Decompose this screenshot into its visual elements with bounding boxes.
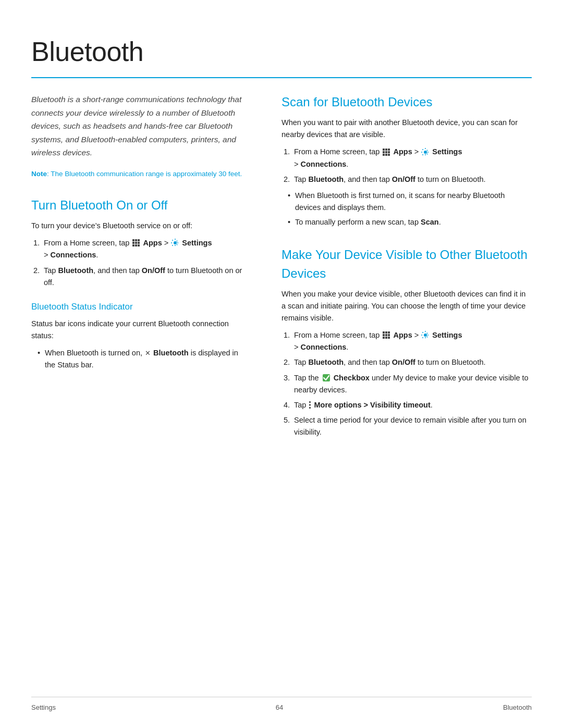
scan-steps: From a Home screen, tap Apps > Settings … <box>282 146 532 186</box>
settings-label-3: Settings <box>432 331 462 339</box>
connections-label-3: Connections <box>301 343 347 351</box>
note-label: Note <box>31 170 47 178</box>
svg-rect-0 <box>132 239 134 241</box>
svg-rect-27 <box>385 337 387 339</box>
bluetooth-label-3: Bluetooth <box>308 358 344 366</box>
svg-rect-15 <box>388 151 390 153</box>
svg-rect-28 <box>388 337 390 339</box>
page-title: Bluetooth <box>31 31 532 72</box>
onoff-label-1: On/Off <box>142 266 165 275</box>
svg-point-19 <box>424 151 427 154</box>
turn-step-2: Tap Bluetooth, and then tap On/Off to tu… <box>42 265 250 289</box>
note-content: : The Bluetooth communication range is a… <box>47 170 242 178</box>
scan-label: Scan <box>421 218 439 226</box>
checkbox-label: Checkbox <box>334 374 370 382</box>
svg-point-9 <box>174 241 177 244</box>
settings-icon-2 <box>421 148 430 156</box>
status-bullet-1: When Bluetooth is turned on, ✕ Bluetooth… <box>38 347 250 371</box>
svg-point-32 <box>309 404 311 406</box>
svg-rect-2 <box>138 239 140 241</box>
svg-point-31 <box>309 401 311 403</box>
status-bullets: When Bluetooth is turned on, ✕ Bluetooth… <box>31 347 250 371</box>
checkbox-icon <box>322 374 331 382</box>
apps-icon <box>132 239 140 247</box>
page: Bluetooth Bluetooth is a short-range com… <box>0 0 563 728</box>
svg-rect-12 <box>388 149 390 151</box>
svg-rect-11 <box>385 149 387 151</box>
right-column: Scan for Bluetooth Devices When you want… <box>282 93 532 443</box>
svg-rect-4 <box>135 242 137 244</box>
svg-rect-23 <box>383 334 385 336</box>
intro-italic: Bluetooth is a short-range communication… <box>31 95 241 157</box>
svg-rect-1 <box>135 239 137 241</box>
apps-icon-3 <box>382 331 390 339</box>
settings-icon <box>171 239 179 247</box>
bluetooth-label-2: Bluetooth <box>308 175 344 183</box>
turn-bluetooth-steps: From a Home screen, tap Apps > Settings … <box>31 237 250 289</box>
svg-rect-20 <box>383 331 385 334</box>
svg-rect-21 <box>385 331 387 334</box>
more-options-label: More options > Visibility timeout <box>314 401 430 409</box>
settings-label-1: Settings <box>182 239 212 247</box>
settings-icon-3 <box>421 331 430 339</box>
visible-step-3: Tap the Checkbox under My device to make… <box>292 372 532 396</box>
left-column: Bluetooth is a short-range communication… <box>31 93 250 443</box>
connections-label-2: Connections <box>301 160 347 168</box>
make-visible-title-text: Make Your Device Visible to Other Blueto… <box>282 248 528 280</box>
apps-label-2: Apps <box>393 147 412 156</box>
turn-step-1: From a Home screen, tap Apps > Settings … <box>42 237 250 261</box>
svg-rect-3 <box>132 242 134 244</box>
svg-rect-18 <box>388 154 390 156</box>
svg-rect-5 <box>138 242 140 244</box>
visible-step-2: Tap Bluetooth, and then tap On/Off to tu… <box>292 356 532 368</box>
note-paragraph: Note: The Bluetooth communication range … <box>31 169 250 179</box>
status-indicator-title: Bluetooth Status Indicator <box>31 300 250 314</box>
scan-bullet-2: To manually perform a new scan, tap Scan… <box>288 216 532 228</box>
scan-bullets: When Bluetooth is first turned on, it sc… <box>282 190 532 229</box>
visible-step-5: Select a time period for your device to … <box>292 414 532 438</box>
svg-rect-17 <box>385 154 387 156</box>
bluetooth-symbol: ✕ <box>145 348 151 359</box>
svg-point-33 <box>309 407 311 409</box>
settings-label-2: Settings <box>432 147 462 156</box>
svg-rect-22 <box>388 331 390 334</box>
svg-rect-10 <box>383 149 385 151</box>
scan-bluetooth-title: Scan for Bluetooth Devices <box>282 93 532 112</box>
bluetooth-strong-1: Bluetooth <box>153 349 189 357</box>
svg-rect-25 <box>388 334 390 336</box>
svg-rect-13 <box>383 151 385 153</box>
svg-rect-7 <box>135 244 137 246</box>
svg-rect-16 <box>383 154 385 156</box>
bluetooth-label-1: Bluetooth <box>58 266 93 275</box>
page-footer: Settings 64 Bluetooth <box>31 697 532 713</box>
status-indicator-body: Status bar icons indicate your current B… <box>31 318 250 342</box>
scan-bullet-1: When Bluetooth is first turned on, it sc… <box>288 190 532 214</box>
footer-center: 64 <box>276 702 283 713</box>
svg-rect-6 <box>132 244 134 246</box>
turn-bluetooth-title: Turn Bluetooth On or Off <box>31 196 250 215</box>
title-divider <box>31 77 532 78</box>
make-visible-title: Make Your Device Visible to Other Blueto… <box>282 245 532 283</box>
onoff-label-2: On/Off <box>392 175 415 183</box>
make-visible-body: When you make your device visible, other… <box>282 288 532 325</box>
svg-point-29 <box>424 334 427 337</box>
scan-bluetooth-body: When you want to pair with another Bluet… <box>282 117 532 141</box>
svg-rect-8 <box>138 244 140 246</box>
make-visible-steps: From a Home screen, tap Apps > Settings … <box>282 329 532 439</box>
apps-label-3: Apps <box>393 331 412 339</box>
apps-label: Apps <box>143 239 162 247</box>
scan-step-1: From a Home screen, tap Apps > Settings … <box>292 146 532 170</box>
scan-step-2: Tap Bluetooth, and then tap On/Off to tu… <box>292 174 532 186</box>
visible-step-1: From a Home screen, tap Apps > Settings … <box>292 329 532 353</box>
footer-left: Settings <box>31 702 56 713</box>
svg-rect-24 <box>385 334 387 336</box>
turn-bluetooth-body: To turn your device’s Bluetooth service … <box>31 220 250 232</box>
intro-text: Bluetooth is a short-range communication… <box>31 93 250 159</box>
visible-step-4: Tap More options > Visibility timeout. <box>292 399 532 411</box>
footer-right: Bluetooth <box>503 702 532 713</box>
connections-label-1: Connections <box>51 251 96 259</box>
svg-rect-14 <box>385 151 387 153</box>
svg-rect-26 <box>383 337 385 339</box>
two-col-layout: Bluetooth is a short-range communication… <box>31 93 532 443</box>
onoff-label-3: On/Off <box>392 358 415 366</box>
